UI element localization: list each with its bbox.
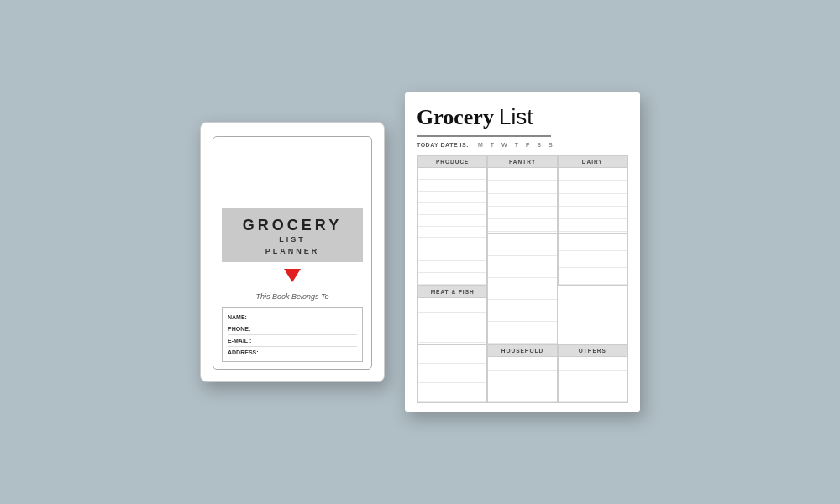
- section-household-lines: [488, 357, 556, 402]
- cover-inner: GROCERY LIST PLANNER This Book Belongs T…: [213, 136, 372, 370]
- line: [559, 251, 627, 268]
- line: [418, 261, 486, 273]
- section-meat: MEAT & FISH: [417, 286, 487, 344]
- line: [488, 278, 556, 300]
- line: [418, 273, 486, 285]
- line: [488, 357, 556, 372]
- day-t1: T: [491, 142, 495, 148]
- section-dairy-ext: [558, 234, 627, 286]
- line: [418, 215, 486, 227]
- line: [488, 219, 556, 232]
- section-meat-ext-lines: [418, 345, 486, 402]
- section-pantry-ext: [487, 234, 557, 344]
- section-pantry-ext-lines: [488, 234, 556, 344]
- day-t2: T: [515, 142, 519, 148]
- day-f: F: [526, 142, 530, 148]
- section-pantry-header: PANTRY: [488, 156, 556, 168]
- line: [559, 181, 627, 193]
- field-address: ADDRESS:: [228, 347, 357, 358]
- title-underline: [417, 135, 551, 137]
- line: [418, 298, 486, 313]
- line: [559, 207, 627, 219]
- section-produce-lines: [418, 168, 486, 285]
- title-list: List: [499, 104, 533, 130]
- cover-subtitle: LIST PLANNER: [265, 234, 320, 257]
- field-email: E-MAIL :: [228, 335, 357, 347]
- line: [488, 181, 556, 193]
- field-email-label: E-MAIL :: [228, 338, 266, 344]
- line: [488, 322, 556, 344]
- section-meat-ext: [417, 344, 487, 403]
- line: [418, 192, 486, 203]
- section-dairy: DAIRY: [558, 155, 627, 234]
- line: [418, 238, 486, 249]
- section-pantry-lines: [488, 168, 556, 233]
- line: [418, 364, 486, 383]
- day-w: W: [501, 142, 508, 148]
- cover-triangle-icon: [284, 269, 301, 282]
- line: [559, 371, 627, 386]
- line: [418, 345, 486, 365]
- section-produce: PRODUCE: [417, 155, 487, 286]
- section-produce-header: PRODUCE: [418, 156, 486, 168]
- section-household-header: HOUSEHOLD: [488, 345, 556, 357]
- pages-container: GROCERY LIST PLANNER This Book Belongs T…: [200, 92, 640, 412]
- grocery-list-page: Grocery List TODAY DATE IS: M T W T F S …: [405, 92, 640, 412]
- cover-page: GROCERY LIST PLANNER This Book Belongs T…: [200, 122, 385, 382]
- date-label: TODAY DATE IS:: [417, 142, 469, 148]
- cover-fields-box: NAME: PHONE: E-MAIL : ADDRESS:: [222, 307, 363, 362]
- section-meat-header: MEAT & FISH: [418, 286, 486, 298]
- field-phone: PHONE:: [228, 323, 357, 335]
- line: [488, 234, 556, 256]
- line: [559, 168, 627, 181]
- section-others: OTHERS: [558, 344, 627, 403]
- line: [559, 268, 627, 285]
- section-others-lines: [559, 357, 627, 402]
- line: [559, 386, 627, 402]
- line: [418, 227, 486, 239]
- section-pantry: PANTRY: [487, 155, 557, 234]
- line: [488, 194, 556, 207]
- section-household: HOUSEHOLD: [487, 344, 557, 403]
- line: [488, 207, 556, 219]
- line: [488, 300, 556, 322]
- line: [559, 194, 627, 207]
- day-s1: S: [537, 142, 542, 148]
- day-m: M: [478, 142, 484, 148]
- field-phone-label: PHONE:: [228, 326, 266, 332]
- full-layout: #686727854 GROCERY LIST PLANNER This Boo…: [200, 92, 640, 412]
- line: [559, 219, 627, 232]
- section-dairy-ext-lines: [559, 234, 627, 286]
- line: [418, 249, 486, 261]
- page-title: Grocery List: [417, 104, 628, 130]
- line: [418, 328, 486, 344]
- line: [488, 256, 556, 278]
- line: [418, 168, 486, 180]
- line: [418, 180, 486, 192]
- section-meat-lines: [418, 298, 486, 344]
- section-dairy-lines: [559, 168, 627, 233]
- title-grocery: Grocery: [417, 105, 494, 130]
- cover-belongs-text: This Book Belongs To: [255, 292, 328, 301]
- grocery-grid: PRODUCE PA: [417, 155, 628, 403]
- field-name: NAME:: [228, 312, 357, 323]
- section-dairy-header: DAIRY: [559, 156, 627, 168]
- field-name-label: NAME:: [228, 314, 266, 320]
- line: [559, 357, 627, 372]
- cover-grocery-title: GROCERY: [243, 217, 342, 234]
- line: [559, 234, 627, 251]
- line: [488, 168, 556, 181]
- date-row: TODAY DATE IS: M T W T F S S: [417, 142, 628, 148]
- line: [418, 313, 486, 328]
- section-others-header: OTHERS: [559, 345, 627, 357]
- line: [488, 371, 556, 386]
- day-s2: S: [549, 142, 554, 148]
- line: [418, 203, 486, 215]
- cover-banner: GROCERY LIST PLANNER: [222, 208, 363, 262]
- line: [418, 383, 486, 402]
- line: [488, 386, 556, 402]
- field-address-label: ADDRESS:: [228, 349, 266, 355]
